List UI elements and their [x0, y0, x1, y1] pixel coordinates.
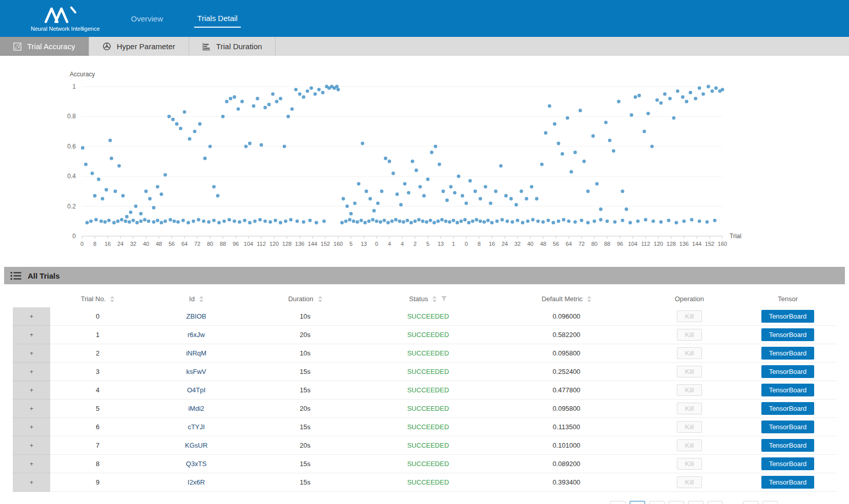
chart-canvas[interactable]: Accuracy 00.20.40.60.81 0816243240485664…	[0, 68, 849, 254]
page-button-3[interactable]: 3	[669, 501, 684, 504]
subtab-label: Trial Duration	[216, 42, 262, 51]
scatter-point	[279, 221, 282, 224]
tensorboard-button[interactable]: TensorBoard	[761, 384, 815, 396]
kill-button[interactable]: Kill	[677, 329, 702, 341]
table-row: +3ksFwV15sSUCCEEDED0.252400KillTensorBoa…	[13, 363, 836, 381]
sort-icon[interactable]	[432, 296, 437, 302]
scatter-point	[713, 219, 717, 222]
page-button-5[interactable]: 5	[708, 501, 723, 504]
kill-button[interactable]: Kill	[677, 458, 702, 470]
expand-button[interactable]: +	[13, 326, 50, 344]
tensorboard-button[interactable]: TensorBoard	[761, 310, 815, 323]
scatter-point	[99, 219, 103, 223]
filter-icon[interactable]	[441, 296, 447, 302]
sort-icon[interactable]	[110, 296, 114, 302]
sort-icon[interactable]	[318, 296, 322, 302]
col-label: Trial No.	[81, 295, 106, 303]
expand-button[interactable]: +	[13, 455, 50, 473]
tensorboard-button[interactable]: TensorBoard	[761, 402, 815, 415]
col-header-trial-no[interactable]: Trial No.	[50, 290, 145, 307]
scatter-point	[553, 122, 556, 126]
tensorboard-button[interactable]: TensorBoard	[761, 328, 815, 341]
scatter-point	[452, 219, 455, 222]
expand-button[interactable]: +	[13, 418, 50, 436]
col-header-id[interactable]: Id	[145, 290, 247, 307]
expand-button[interactable]: +	[13, 363, 50, 381]
kill-button[interactable]: Kill	[677, 384, 702, 396]
tensorboard-button[interactable]: TensorBoard	[761, 421, 815, 433]
scatter-point	[552, 221, 555, 224]
expand-button[interactable]: +	[13, 400, 50, 418]
page-button-last[interactable]: 42	[743, 501, 758, 504]
duration-cell: 20s	[247, 326, 363, 344]
kill-button[interactable]: Kill	[677, 439, 702, 451]
col-header-duration[interactable]: Duration	[247, 290, 363, 307]
expand-button[interactable]: +	[13, 436, 50, 455]
subtab-hyper-parameter[interactable]: Hyper Parameter	[89, 37, 189, 56]
table-row: +0ZBIOB10sSUCCEEDED0.096000KillTensorBoa…	[13, 307, 836, 326]
scatter-point	[429, 219, 432, 222]
scatter-point	[349, 212, 353, 216]
kill-button[interactable]: Kill	[677, 310, 702, 322]
scatter-point	[659, 220, 663, 224]
tensorboard-button[interactable]: TensorBoard	[761, 457, 815, 470]
expand-button[interactable]: +	[13, 381, 50, 400]
page-button-4[interactable]: 4	[688, 501, 703, 504]
kill-button[interactable]: Kill	[677, 403, 702, 414]
scatter-point	[309, 87, 313, 90]
subtab-trial-duration[interactable]: Trial Duration	[189, 37, 276, 56]
expand-button[interactable]: +	[13, 473, 50, 492]
scatter-point	[298, 92, 302, 96]
scatter-point	[681, 95, 685, 99]
scatter-point	[371, 218, 375, 222]
subtab-trial-accuracy[interactable]: Trial Accuracy	[0, 37, 89, 56]
kill-button[interactable]: Kill	[677, 476, 702, 488]
scatter-point	[461, 194, 464, 198]
tensorboard-button[interactable]: TensorBoard	[761, 476, 815, 489]
tab-overview[interactable]: Overview	[128, 10, 167, 27]
expand-button[interactable]: +	[13, 344, 50, 363]
prev-page-button[interactable]: ‹	[610, 501, 626, 504]
expand-column-header	[13, 290, 50, 307]
scatter-point	[365, 190, 368, 193]
scatter-point	[599, 207, 603, 211]
scatter-point	[599, 218, 603, 222]
tensor-cell: TensorBoard	[739, 436, 836, 455]
scatter-point	[535, 197, 539, 201]
expand-button[interactable]: +	[13, 307, 50, 326]
id-cell: I2x6R	[145, 473, 247, 492]
next-page-button[interactable]: ›	[762, 501, 778, 504]
duration-cell: 20s	[247, 400, 363, 418]
id-cell: Q3xTS	[145, 455, 247, 473]
metric-cell: 0.101000	[493, 436, 639, 455]
tensorboard-button[interactable]: TensorBoard	[761, 365, 815, 378]
tab-trials-detail[interactable]: Trials Detail	[194, 10, 241, 28]
accuracy-scatter-chart[interactable]: Accuracy 00.20.40.60.81 0816243240485664…	[0, 68, 849, 256]
tensor-cell: TensorBoard	[739, 381, 836, 400]
col-header-default-metric[interactable]: Default Metric	[493, 290, 639, 307]
page-button-2[interactable]: 2	[649, 501, 665, 504]
x-tick-label: 5	[426, 241, 429, 247]
sort-icon[interactable]	[199, 296, 203, 302]
col-label: Duration	[288, 295, 313, 303]
kill-button[interactable]: Kill	[677, 366, 702, 377]
duration-cell: 15s	[247, 363, 363, 381]
trials-table: Trial No. Id Duration Status	[13, 290, 836, 492]
scatter-point	[606, 219, 609, 223]
scatter-point	[147, 219, 151, 223]
col-header-status[interactable]: Status	[363, 290, 493, 307]
x-tick-label: 96	[233, 241, 239, 247]
scatter-point	[595, 182, 599, 185]
tensorboard-button[interactable]: TensorBoard	[761, 439, 815, 452]
x-tick-label: 128	[667, 241, 676, 247]
scatter-point	[229, 97, 233, 100]
y-tick-label: 1	[72, 83, 76, 90]
kill-button[interactable]: Kill	[677, 347, 702, 359]
scatter-point	[634, 95, 637, 99]
sort-icon[interactable]	[587, 296, 591, 302]
x-tick-label: 88	[220, 241, 226, 247]
tensorboard-button[interactable]: TensorBoard	[761, 347, 815, 360]
scatter-point	[586, 190, 590, 193]
kill-button[interactable]: Kill	[677, 421, 702, 433]
page-button-1[interactable]: 1	[630, 501, 645, 504]
